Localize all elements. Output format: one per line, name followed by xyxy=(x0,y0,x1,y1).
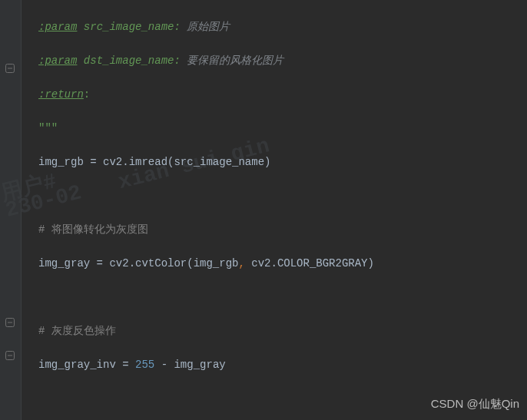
code-line: img_gray = cv2.cvtColor(img_rgb, cv2.COL… xyxy=(38,255,527,272)
code-line xyxy=(38,289,527,306)
collapse-icon[interactable] xyxy=(5,350,15,361)
code-line xyxy=(38,187,527,204)
code-line: img_rgb = cv2.imread(src_image_name) xyxy=(38,154,527,170)
collapse-icon[interactable] xyxy=(5,63,15,74)
code-line: # 灰度反色操作 xyxy=(38,322,527,339)
code-line: :param dst_image_name: 要保留的风格化图片 xyxy=(38,52,527,69)
code-line: :param src_image_name: 原始图片 xyxy=(38,18,527,35)
code-line: """ xyxy=(38,120,527,137)
code-line: :return: xyxy=(38,86,527,103)
collapse-icon[interactable] xyxy=(5,317,15,328)
editor-gutter xyxy=(0,0,22,420)
code-editor[interactable]: :param src_image_name: 原始图片 :param dst_i… xyxy=(22,0,527,420)
code-line: img_gray_inv = 255 - img_gray xyxy=(38,356,527,373)
csdn-watermark: CSDN @仙魅Qin xyxy=(431,395,519,412)
code-line: # 将图像转化为灰度图 xyxy=(38,221,527,238)
